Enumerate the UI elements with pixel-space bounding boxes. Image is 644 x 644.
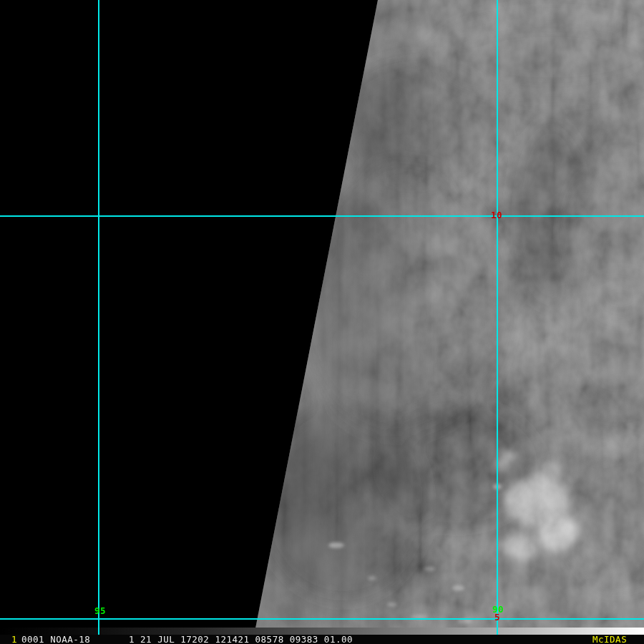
longitude-grid-line-90 xyxy=(497,0,498,635)
longitude-label-95: 95 xyxy=(94,607,106,615)
latitude-label-5: 5 xyxy=(494,613,500,622)
latitude-grid-line-5 xyxy=(0,618,644,620)
image-info-text: 0001 NOAA-18 xyxy=(21,635,90,644)
mcidas-window: 95 90 10 5 1 0001 NOAA-18 1 21 JUL 17202… xyxy=(0,0,644,644)
frame-number: 1 xyxy=(11,635,17,644)
satellite-image-area[interactable] xyxy=(0,0,644,628)
latitude-grid-line-10 xyxy=(0,215,644,217)
satellite-swath-image xyxy=(0,0,644,628)
image-datetime-text: 1 21 JUL 17202 121421 08578 09383 01.00 xyxy=(129,635,353,644)
longitude-grid-line-95 xyxy=(98,0,99,635)
mcidas-brand-label: McIDAS xyxy=(592,635,627,644)
latitude-label-10: 10 xyxy=(491,211,502,220)
status-bar: 1 0001 NOAA-18 1 21 JUL 17202 121421 085… xyxy=(0,635,644,644)
